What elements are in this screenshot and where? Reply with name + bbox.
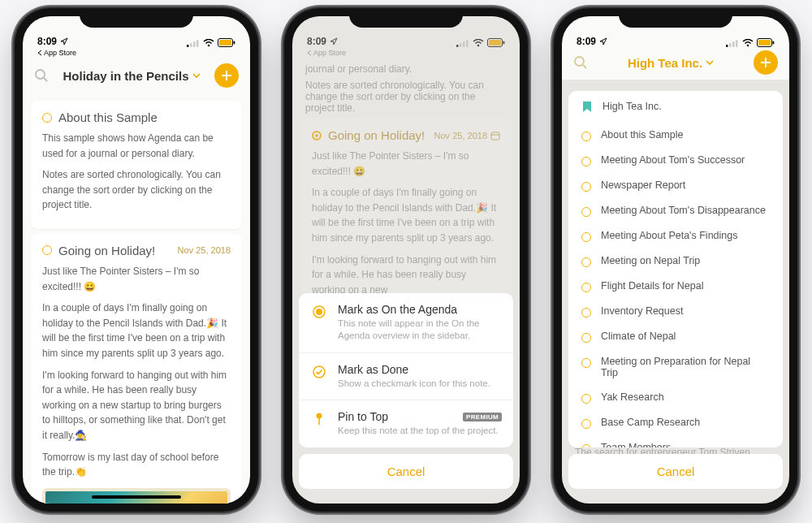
picker-note-row[interactable]: Meeting About Peta's Findings [568, 223, 783, 249]
screen: 8:09 App Store Holiday in the Pencils [23, 16, 250, 504]
svg-rect-30 [736, 40, 738, 47]
option-subtitle: Keep this note at the top of the project… [338, 425, 502, 438]
svg-point-24 [313, 366, 325, 378]
cellular-icon [187, 39, 200, 47]
svg-rect-28 [729, 43, 732, 47]
picker-project-name: High Tea Inc. [603, 101, 662, 112]
picker-note-label: About this Sample [601, 129, 683, 140]
note-paragraph: Notes are sorted chronologically. You ca… [42, 167, 231, 213]
search-icon[interactable] [573, 55, 588, 70]
note-bullet-icon [42, 245, 52, 255]
picker-note-row[interactable]: Meeting on Nepal Trip [568, 249, 783, 274]
note-title: About this Sample [58, 110, 231, 124]
back-to-app-store[interactable]: App Store [23, 49, 250, 58]
phone-2: 8:09 App Store journal or personal diary… [284, 8, 528, 512]
picker-note-row[interactable]: Newspaper Report [568, 173, 783, 198]
picker-note-row[interactable]: Inventory Request [568, 299, 783, 324]
location-icon [60, 37, 68, 45]
picker-note-row[interactable]: Meeting About Tom's Successor [568, 148, 783, 173]
note-bullet-icon [42, 113, 52, 123]
svg-rect-29 [732, 41, 735, 47]
picker-list[interactable]: High Tea Inc. About this SampleMeeting A… [568, 91, 783, 447]
phone-1: 8:09 App Store Holiday in the Pencils [15, 8, 258, 512]
back-label: App Store [44, 49, 76, 57]
cellular-icon [726, 39, 739, 47]
svg-line-9 [44, 78, 47, 81]
svg-rect-7 [234, 41, 235, 45]
cancel-button[interactable]: Cancel [568, 454, 783, 489]
note-paragraph: In a couple of days I'm finally going on… [42, 300, 231, 361]
note-card-holiday[interactable]: Going on Holiday! Nov 25, 2018 Just like… [31, 234, 242, 504]
option-title: Pin to Top PREMIUM [338, 410, 502, 423]
wifi-icon [203, 39, 214, 47]
project-title[interactable]: High Tea Inc. [588, 56, 754, 70]
svg-point-35 [575, 57, 584, 66]
picker-note-label: Yak Research [601, 391, 664, 403]
notch [619, 8, 732, 28]
picker-note-label: Meeting on Nepal Trip [601, 255, 700, 266]
picker-note-row[interactable]: Base Camp Research [568, 410, 783, 435]
picker-project-row[interactable]: High Tea Inc. [568, 94, 783, 123]
plus-icon [760, 57, 771, 68]
add-note-button[interactable] [214, 63, 239, 88]
svg-point-4 [208, 44, 210, 46]
svg-line-36 [583, 65, 586, 68]
picker-note-label: Meeting About Peta's Findings [601, 230, 737, 241]
mark-on-agenda-option[interactable]: Mark as On the Agenda This note will app… [299, 293, 513, 353]
note-date[interactable]: Nov 25, 2018 [178, 245, 231, 255]
note-title: Going on Holiday! [58, 244, 171, 257]
note-bullet-icon [581, 232, 591, 242]
pin-top-option[interactable]: Pin to Top PREMIUM Keep this note at the… [299, 400, 513, 447]
note-bullet-icon [581, 132, 591, 141]
status-time: 8:09 [37, 36, 57, 47]
svg-rect-1 [190, 43, 192, 47]
picker-note-row[interactable]: Meeting on Preparation for Nepal Trip [568, 349, 783, 385]
note-bullet-icon [581, 444, 591, 447]
note-paragraph: I'm looking forward to hanging out with … [42, 368, 231, 443]
chevron-down-icon [192, 72, 201, 79]
status-time: 8:09 [577, 36, 596, 47]
mark-done-option[interactable]: Mark as Done Show a checkmark icon for t… [299, 353, 513, 401]
svg-rect-2 [193, 41, 196, 47]
picker-note-row[interactable]: Meeting About Tom's Disappearance [568, 198, 783, 223]
note-paragraph: Just like The Pointer Sisters – I'm so e… [42, 264, 231, 294]
header: High Tea Inc. [562, 49, 789, 83]
notch [349, 8, 463, 28]
svg-rect-6 [219, 40, 231, 45]
note-bullet-icon [581, 283, 591, 292]
note-bullet-icon [581, 419, 591, 429]
svg-rect-33 [758, 40, 771, 45]
picker-note-row[interactable]: Flight Details for Nepal [568, 274, 783, 299]
picker-note-row[interactable]: Team Members [568, 435, 783, 447]
option-subtitle: Show a checkmark icon for this note. [338, 378, 502, 391]
phone-3: 8:09 High Tea Inc. About this Sample [554, 8, 797, 512]
picker-note-label: Newspaper Report [601, 179, 685, 191]
note-picker: High Tea Inc. About this SampleMeeting A… [568, 91, 783, 489]
status-icons [726, 38, 775, 47]
add-note-button[interactable] [754, 50, 778, 75]
note-list[interactable]: About this Sample This sample shows how … [23, 96, 250, 504]
premium-badge: PREMIUM [463, 413, 502, 421]
project-title[interactable]: Holiday in the Pencils [49, 69, 214, 83]
cancel-button[interactable]: Cancel [299, 454, 513, 489]
note-card-about[interactable]: About this Sample This sample shows how … [31, 101, 242, 229]
note-bullet-icon [581, 308, 591, 318]
location-icon [599, 37, 607, 45]
picker-note-row[interactable]: About this Sample [568, 123, 783, 148]
agenda-dot-icon [312, 305, 326, 319]
bookmark-icon [581, 101, 593, 116]
svg-point-31 [747, 44, 749, 46]
home-indicator[interactable] [92, 495, 181, 499]
picker-note-row[interactable]: Yak Research [568, 385, 783, 410]
battery-icon [757, 38, 775, 47]
chevron-left-icon [37, 50, 42, 56]
svg-rect-0 [187, 45, 189, 47]
note-bullet-icon [581, 394, 591, 404]
note-bullet-icon [581, 257, 591, 267]
picker-note-label: Base Camp Research [601, 417, 700, 428]
action-sheet-options: Mark as On the Agenda This note will app… [299, 293, 513, 447]
picker-note-row[interactable]: Climate of Nepal [568, 324, 783, 349]
search-icon[interactable] [34, 68, 49, 83]
note-bullet-icon [581, 333, 591, 343]
project-title-text: High Tea Inc. [628, 56, 702, 70]
